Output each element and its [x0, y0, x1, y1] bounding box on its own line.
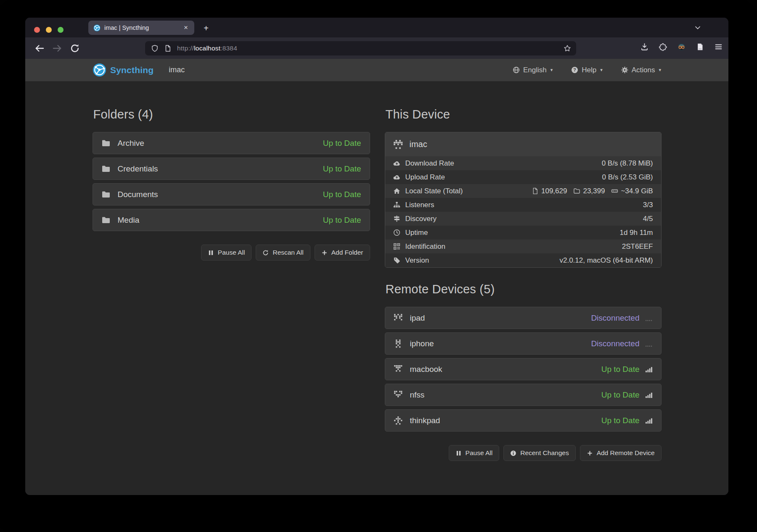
folder-status-wrap: Up to Date: [323, 139, 361, 148]
back-button[interactable]: [34, 43, 45, 53]
caret-down-icon: ▾: [551, 67, 553, 73]
brand-link[interactable]: Syncthing: [93, 63, 154, 77]
folders-rescan-all-button[interactable]: Rescan All: [256, 245, 310, 261]
home-icon: [393, 187, 400, 195]
download-icon[interactable]: [641, 43, 648, 51]
menu-help[interactable]: ?Help▾: [571, 66, 603, 74]
svg-text:?: ?: [573, 67, 576, 72]
folder-name: Documents: [118, 190, 158, 199]
device-status-wrap: Disconnected: [591, 313, 652, 323]
stat-row-download-rate: Download Rate0 B/s (8.78 MiB): [385, 156, 661, 170]
stat-label: Listeners: [405, 201, 434, 209]
folder-row-documents[interactable]: DocumentsUp to Date: [93, 183, 370, 205]
device-row-nfss[interactable]: nfssUp to Date: [385, 384, 662, 406]
page-icon[interactable]: [696, 43, 704, 51]
stat-value-text: 23,399: [583, 187, 605, 195]
clock-icon: [393, 229, 400, 236]
stat-value-text: ~34.9 GiB: [621, 187, 653, 195]
gear-icon: [621, 66, 628, 74]
tab-list-chevron-icon[interactable]: [693, 24, 702, 31]
bookmark-star-icon[interactable]: [564, 45, 571, 52]
folder-status-wrap: Up to Date: [323, 190, 361, 199]
account-avatar[interactable]: [678, 43, 686, 51]
signal-dots-icon: [645, 315, 653, 321]
device-status-wrap: Up to Date: [601, 390, 653, 400]
brand-text: Syncthing: [110, 65, 154, 75]
stat-row-listeners: Listeners3/3: [385, 198, 661, 212]
devices-pause-all-button[interactable]: Pause All: [449, 445, 500, 461]
stat-value: 0 B/s (2.53 GiB): [602, 173, 653, 182]
puzzle-icon[interactable]: [659, 43, 667, 51]
devices-recent-changes-button[interactable]: Recent Changes: [503, 445, 575, 461]
folder-status-badge: Up to Date: [323, 216, 361, 225]
folder-row-media[interactable]: MediaUp to Date: [93, 209, 370, 231]
device-name: macbook: [410, 365, 442, 374]
this-device-header[interactable]: imac: [385, 132, 661, 156]
close-window-button[interactable]: [34, 27, 40, 33]
forward-button[interactable]: [52, 43, 62, 53]
device-identicon: [394, 390, 403, 400]
device-status-badge: Up to Date: [601, 390, 640, 400]
button-label: Add Remote Device: [597, 449, 655, 457]
shield-icon[interactable]: [151, 45, 159, 52]
menu-english[interactable]: English▾: [513, 66, 553, 74]
device-row-macbook[interactable]: macbookUp to Date: [385, 358, 662, 380]
device-status-wrap: Disconnected: [591, 339, 652, 348]
device-status-badge: Up to Date: [601, 365, 640, 374]
stat-label: Upload Rate: [405, 173, 445, 182]
stat-label: Identification: [405, 242, 445, 251]
devices-add-remote-device-button[interactable]: Add Remote Device: [580, 445, 662, 461]
reload-button[interactable]: [70, 43, 80, 53]
url-bar[interactable]: http://localhost:8384: [145, 41, 576, 55]
button-label: Recent Changes: [520, 449, 569, 457]
device-status-badge: Up to Date: [601, 416, 640, 425]
folder-status-wrap: Up to Date: [323, 216, 361, 225]
folder-icon: [101, 216, 111, 225]
desktop: imac | Syncthing × + http://localhost:83…: [0, 0, 757, 532]
question-icon: ?: [571, 66, 578, 74]
device-row-thinkpad[interactable]: thinkpadUp to Date: [385, 409, 662, 432]
folders-add-folder-button[interactable]: Add Folder: [315, 245, 370, 261]
sitemap-icon: [393, 201, 400, 208]
tab-close-icon[interactable]: ×: [182, 24, 190, 32]
device-row-iphone[interactable]: iphoneDisconnected: [385, 332, 662, 355]
browser-tab[interactable]: imac | Syncthing ×: [88, 21, 194, 35]
file-icon: [532, 187, 539, 195]
url-text: http://localhost:8384: [177, 45, 564, 52]
new-tab-button[interactable]: +: [201, 23, 212, 34]
signal-dots-icon: [645, 340, 653, 347]
stat-value: 4/5: [643, 215, 653, 223]
device-status-wrap: Up to Date: [601, 365, 653, 374]
folder-status-badge: Up to Date: [323, 139, 361, 148]
signal-bars-icon: [645, 392, 653, 398]
device-id-link[interactable]: 2ST6EEF: [622, 242, 653, 251]
refresh-icon: [262, 250, 269, 256]
hamburger-icon[interactable]: [715, 43, 723, 51]
minimize-window-button[interactable]: [46, 27, 52, 33]
button-label: Pause All: [218, 249, 245, 256]
site-info-icon[interactable]: [164, 45, 172, 52]
tag-icon: [393, 257, 400, 264]
menu-actions[interactable]: Actions▾: [621, 66, 661, 74]
qr-icon: [393, 243, 400, 250]
hdd-icon: [611, 187, 618, 195]
stat-label: Discovery: [405, 215, 437, 223]
folder-row-credentials[interactable]: CredentialsUp to Date: [93, 158, 370, 180]
zoom-window-button[interactable]: [58, 27, 64, 33]
stat-label: Uptime: [405, 229, 428, 237]
folders-pause-all-button[interactable]: Pause All: [201, 245, 252, 261]
cloud-download-icon: [393, 160, 400, 167]
folder-row-archive[interactable]: ArchiveUp to Date: [93, 132, 370, 154]
device-name: iphone: [410, 339, 434, 348]
dashboard: Folders (4) ArchiveUp to DateCredentials…: [25, 82, 728, 495]
remote-devices-heading: Remote Devices (5): [386, 282, 662, 296]
device-identicon: [394, 365, 403, 374]
stat-value-part: 23,399: [573, 187, 605, 195]
stat-row-identification: Identification2ST6EEF: [385, 240, 661, 253]
window-controls: [34, 27, 64, 33]
folder-name: Credentials: [118, 164, 158, 174]
device-name: ipad: [410, 313, 425, 323]
button-label: Pause All: [466, 449, 493, 457]
tab-title: imac | Syncthing: [104, 24, 182, 31]
device-row-ipad[interactable]: ipadDisconnected: [385, 307, 662, 329]
